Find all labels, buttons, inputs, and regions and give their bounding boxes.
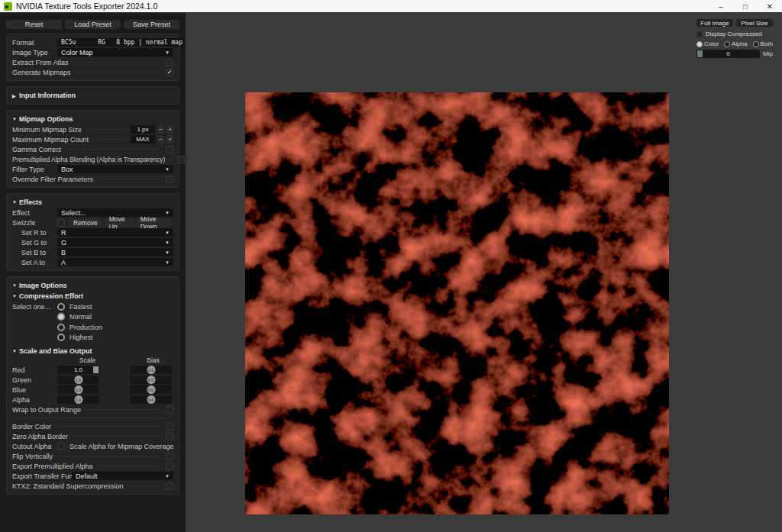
set-a-dropdown[interactable]: A ▼	[57, 258, 173, 266]
scale-bias-header[interactable]: ▼ Scale and Bias Output	[12, 346, 173, 356]
filter-type-value: Box	[61, 166, 73, 173]
override-filter-parameters-checkbox[interactable]	[166, 176, 173, 183]
export-premultiplied-alpha-checkbox[interactable]	[166, 463, 173, 470]
green-label: Green	[12, 376, 57, 384]
format-dropdown[interactable]: BC5u RG 8 bpp | normal map ▼	[57, 38, 194, 47]
export-transfer-function-dropdown[interactable]: Default ▼	[72, 472, 173, 480]
texture-preview[interactable]	[245, 92, 669, 514]
premultiplied-alpha-checkbox[interactable]	[177, 156, 185, 163]
input-information-header[interactable]: ▶ Input Information	[12, 90, 173, 101]
red-bias-slider[interactable]: 0.0	[130, 366, 172, 374]
ktx2-supercompression-label: KTX2: Zstandard Supercompression	[12, 482, 124, 490]
compression-effort-header[interactable]: ▼ Compression Effort	[12, 291, 173, 301]
minimum-mipmap-size-increment-button[interactable]: +	[166, 125, 173, 134]
zero-alpha-border-checkbox[interactable]	[166, 433, 173, 440]
filter-type-dropdown[interactable]: Box ▼	[57, 165, 173, 173]
generate-mipmaps-row: Generate Mipmaps ✓	[12, 67, 173, 77]
minimum-mipmap-size-decrement-button[interactable]: −	[157, 125, 164, 134]
pixel-size-button[interactable]: Pixel Size	[736, 19, 773, 27]
green-bias-slider[interactable]: 0.0	[130, 376, 172, 384]
maximum-mipmap-count-input[interactable]: MAX	[131, 135, 155, 143]
compression-option-fastest[interactable]: Fastest	[57, 301, 173, 312]
full-image-button[interactable]: Full Image	[696, 19, 733, 27]
slider-handle[interactable]	[697, 50, 703, 57]
image-options-header[interactable]: ▼ Image Options	[12, 280, 173, 291]
format-value: BC5u RG 8 bpp | normal map	[61, 39, 183, 46]
compression-option-normal[interactable]: Normal	[57, 312, 173, 323]
scale-bias-title: Scale and Bias Output	[19, 347, 92, 355]
maximum-mipmap-count-decrement-button[interactable]: −	[157, 135, 164, 143]
chevron-down-icon: ▼	[162, 474, 170, 479]
divider	[56, 426, 161, 427]
scale-alpha-mipmap-coverage-label: Scale Alpha for Mipmap Coverage	[69, 443, 174, 450]
swizzle-checkbox[interactable]	[57, 219, 65, 227]
channel-option-both[interactable]: Both	[753, 40, 773, 47]
export-transfer-function-label: Export Transfer Function	[12, 472, 72, 480]
slider-knob[interactable]: 0.0	[147, 395, 155, 404]
divider	[66, 149, 161, 150]
cutout-alpha-checkbox[interactable]	[57, 443, 65, 450]
divider	[76, 72, 161, 73]
slider-handle[interactable]	[93, 366, 99, 373]
set-b-label: Set B to	[12, 249, 57, 256]
channel-option-alpha[interactable]: Alpha	[724, 40, 747, 47]
chevron-down-icon: ▼	[12, 294, 19, 298]
slider-knob[interactable]: 1.0	[74, 395, 82, 404]
red-scale-slider[interactable]: 1.0	[57, 366, 99, 374]
alpha-scale-slider[interactable]: 1.0	[57, 395, 99, 404]
set-g-dropdown[interactable]: G ▼	[57, 238, 173, 247]
mipmap-options-title: Mipmap Options	[19, 115, 73, 123]
minimum-mipmap-size-input[interactable]: 1 px	[131, 125, 155, 134]
close-button[interactable]: ✕	[758, 0, 782, 13]
reset-button[interactable]: Reset	[6, 20, 62, 29]
display-compressed-checkbox[interactable]	[696, 31, 703, 37]
set-b-dropdown[interactable]: B ▼	[57, 248, 173, 256]
swizzle-remove-button[interactable]: Remove	[69, 218, 102, 227]
extract-from-atlas-checkbox[interactable]	[166, 59, 173, 66]
slider-knob[interactable]: 0.0	[147, 366, 155, 374]
wrap-to-output-range-checkbox[interactable]	[166, 406, 173, 414]
scale-bias-row-blue: Blue 1.0 0.0	[12, 385, 173, 395]
channel-option-color[interactable]: Color	[696, 40, 719, 47]
scale-bias-row-green: Green 1.0 0.0	[12, 375, 173, 385]
load-preset-button[interactable]: Load Preset	[65, 20, 121, 29]
gamma-correct-checkbox[interactable]	[166, 146, 173, 153]
zero-alpha-border-label: Zero Alpha Border	[12, 433, 68, 440]
slider-knob[interactable]: 1.0	[74, 385, 82, 394]
alpha-bias-slider[interactable]: 0.0	[130, 395, 172, 404]
image-type-dropdown[interactable]: Color Map ▼	[57, 48, 173, 56]
border-color-checkbox[interactable]	[166, 423, 173, 430]
generate-mipmaps-checkbox[interactable]: ✓	[166, 69, 173, 76]
chevron-down-icon: ▼	[162, 231, 170, 235]
flip-vertically-checkbox[interactable]	[166, 453, 173, 460]
maximum-mipmap-count-increment-button[interactable]: +	[166, 135, 173, 143]
radio-icon	[724, 41, 730, 47]
slider-knob[interactable]: 1.0	[74, 376, 82, 384]
mip-slider[interactable]: 0	[696, 50, 760, 58]
minimize-button[interactable]: –	[709, 0, 733, 13]
blue-scale-slider[interactable]: 1.0	[57, 385, 99, 394]
slider-knob[interactable]: 0.0	[147, 376, 155, 384]
settings-panel: Reset Load Preset Save Preset Format BC5…	[0, 13, 186, 532]
format-section: Format BC5u RG 8 bpp | normal map ▼ Imag…	[6, 34, 179, 81]
compression-option-production[interactable]: Production	[57, 322, 173, 333]
ktx2-supercompression-checkbox[interactable]	[166, 482, 173, 490]
green-scale-slider[interactable]: 1.0	[57, 376, 99, 384]
swizzle-move-down-button[interactable]: Move Down	[136, 218, 171, 227]
swizzle-move-up-button[interactable]: Move Up	[105, 218, 134, 227]
blue-bias-slider[interactable]: 0.0	[130, 385, 172, 394]
red-scale-value: 1.0	[74, 366, 82, 373]
compression-option-highest[interactable]: Highest	[57, 333, 173, 343]
maximize-button[interactable]: □	[733, 0, 758, 13]
mip-label: Mip	[763, 50, 773, 57]
slider-knob[interactable]: 0.0	[147, 385, 155, 394]
effects-header[interactable]: ▼ Effects	[12, 197, 173, 208]
divider	[73, 436, 161, 437]
save-preset-button[interactable]: Save Preset	[124, 20, 179, 29]
set-r-dropdown[interactable]: R ▼	[57, 228, 173, 237]
mipmap-options-header[interactable]: ▼ Mipmap Options	[12, 114, 173, 124]
divider	[170, 159, 173, 160]
channel-radio-group: Color Alpha Both	[696, 40, 773, 47]
image-type-row: Image Type Color Map ▼	[12, 47, 173, 57]
radio-selected-icon	[57, 313, 65, 321]
